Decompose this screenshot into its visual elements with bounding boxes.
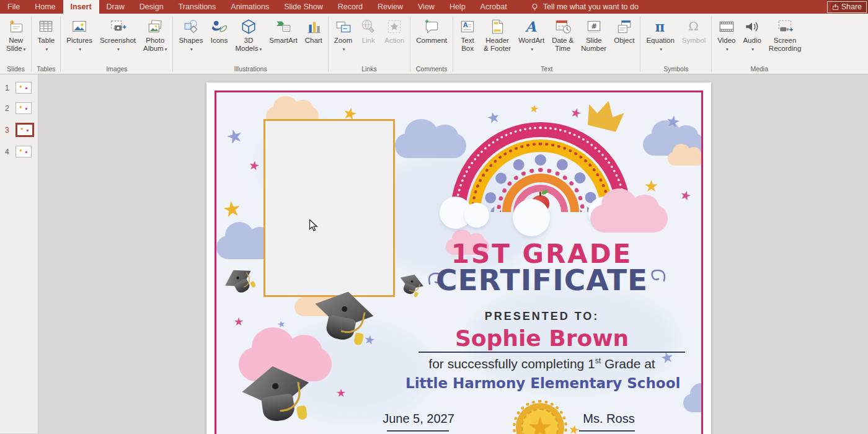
- photo-album-button[interactable]: Photo Album: [140, 15, 170, 53]
- slide-thumbnail-4[interactable]: 4: [0, 146, 38, 157]
- photo-placeholder[interactable]: [264, 119, 395, 297]
- slide-number: 1: [5, 84, 10, 92]
- slide-number-button[interactable]: # Slide Number: [577, 15, 610, 53]
- star-icon: [644, 178, 658, 194]
- icons-icon: [210, 17, 228, 37]
- ribbon-group-links: Zoom Link Action Links: [329, 14, 409, 74]
- group-label-slides: Slides: [4, 65, 27, 74]
- share-button[interactable]: Share: [827, 1, 867, 13]
- presented-to-label[interactable]: PRESENTED TO:: [405, 310, 678, 323]
- comment-button[interactable]: Comment: [412, 15, 451, 45]
- ribbon-separator: [453, 17, 453, 72]
- cloud-shape: [590, 205, 668, 232]
- slide-thumbnail-3[interactable]: 3: [0, 123, 38, 137]
- video-button[interactable]: Video: [714, 15, 739, 53]
- tell-me-box[interactable]: Tell me what you want to do: [531, 0, 639, 14]
- ribbon-group-images: Pictures Screenshot Photo Album Images: [61, 14, 172, 74]
- shapes-button[interactable]: Shapes: [175, 15, 206, 53]
- group-label-symbols: Symbols: [661, 65, 691, 74]
- action-button: Action: [381, 15, 408, 45]
- signer-text[interactable]: Ms. Ross: [553, 412, 665, 426]
- header-footer-button[interactable]: Header & Footer: [480, 15, 515, 53]
- pictures-button[interactable]: Pictures: [63, 15, 96, 53]
- scallop-cloud: [464, 203, 489, 228]
- ribbon-group-media: Video Audio Screen Recording Media: [712, 14, 806, 74]
- slide-thumbnail[interactable]: [16, 82, 32, 94]
- tab-insert[interactable]: Insert: [63, 0, 99, 14]
- wordart-button[interactable]: A WordArt: [515, 15, 548, 53]
- tell-me-label: Tell me what you want to do: [543, 2, 639, 11]
- signer-underline: [579, 430, 635, 432]
- chart-button[interactable]: Chart: [301, 15, 326, 45]
- certificate-title-line2[interactable]: CERTIFICATE: [405, 263, 678, 297]
- 3d-models-button[interactable]: 3D Models: [231, 15, 265, 53]
- comment-icon: [423, 17, 440, 37]
- equation-button[interactable]: π Equation: [642, 15, 678, 53]
- tab-design[interactable]: Design: [132, 0, 171, 14]
- equation-icon: π: [652, 17, 669, 37]
- student-name-text[interactable]: Sophie Brown: [405, 326, 678, 351]
- ribbon-separator: [328, 17, 329, 72]
- audio-button[interactable]: Audio: [739, 15, 764, 53]
- audio-icon: [743, 17, 761, 37]
- date-time-button[interactable]: Date & Time: [548, 15, 577, 53]
- tab-transitions[interactable]: Transitions: [171, 0, 224, 14]
- object-button[interactable]: Object: [610, 15, 638, 45]
- icons-button[interactable]: Icons: [206, 15, 231, 45]
- screenshot-button[interactable]: Screenshot: [96, 15, 140, 53]
- slide-thumbnail[interactable]: [16, 123, 34, 137]
- cloud-shape: [683, 394, 703, 412]
- header-footer-icon: [489, 17, 506, 37]
- zoom-icon: [335, 17, 352, 37]
- tab-acrobat[interactable]: Acrobat: [473, 0, 515, 14]
- slide-thumbnail-panel: 1 2 3 4: [0, 74, 38, 433]
- tab-file[interactable]: File: [0, 0, 27, 14]
- svg-text:Ω: Ω: [688, 19, 698, 33]
- workspace: 1 2 3 4: [0, 74, 868, 433]
- star-icon: [221, 197, 243, 221]
- name-underline: [418, 352, 685, 353]
- symbol-icon: Ω: [685, 17, 702, 37]
- slide-thumbnail[interactable]: [16, 102, 32, 114]
- slide-thumbnail[interactable]: [16, 146, 32, 157]
- ribbon-group-slides: New Slide Slides: [1, 14, 30, 74]
- text-box-icon: A: [459, 17, 476, 37]
- ribbon-group-text: A Text Box Header & Footer A WordArt Dat…: [454, 14, 639, 74]
- slide-editor[interactable]: 1ST GRADE CERTIFICATE PRESENTED TO: Soph…: [206, 82, 711, 434]
- mouse-cursor: [309, 219, 318, 232]
- lightbulb-icon: [531, 3, 539, 11]
- smartart-button[interactable]: SmartArt: [265, 15, 301, 45]
- ribbon-separator: [60, 17, 61, 72]
- graduation-cap: [219, 262, 262, 304]
- slide-thumbnail-1[interactable]: 1: [0, 82, 38, 94]
- screen-recording-button[interactable]: Screen Recording: [765, 15, 805, 53]
- star-icon: [336, 388, 346, 399]
- tab-review[interactable]: Review: [370, 0, 410, 14]
- tab-slide-show[interactable]: Slide Show: [277, 0, 330, 14]
- tab-help[interactable]: Help: [442, 0, 473, 14]
- symbol-button: Ω Symbol: [678, 15, 709, 45]
- tab-record[interactable]: Record: [330, 0, 370, 14]
- scallop-cloud: [513, 199, 550, 236]
- slide-canvas: 1ST GRADE CERTIFICATE PRESENTED TO: Soph…: [38, 74, 868, 433]
- ribbon-group-symbols: π Equation Ω Symbol Symbols: [641, 14, 711, 74]
- cloud-shape: [668, 152, 703, 166]
- slide-thumbnail-2[interactable]: 2: [0, 102, 38, 114]
- medal-badge: [516, 403, 564, 434]
- tab-view[interactable]: View: [410, 0, 442, 14]
- svg-text:A: A: [525, 19, 537, 35]
- new-slide-button[interactable]: New Slide: [2, 15, 29, 53]
- svg-text:#: #: [591, 22, 596, 30]
- medal-star-icon: [516, 403, 564, 434]
- slide-number: 4: [5, 148, 10, 156]
- zoom-button[interactable]: Zoom: [330, 15, 356, 53]
- text-box-button[interactable]: A Text Box: [455, 15, 480, 53]
- video-icon: [718, 17, 735, 37]
- certificate-body-line[interactable]: for successfully completing 1st Grade at: [405, 356, 678, 371]
- school-name-text[interactable]: Little Harmony Elementary School: [405, 375, 678, 391]
- tab-home[interactable]: Home: [27, 0, 63, 14]
- table-button[interactable]: Table: [33, 15, 58, 53]
- date-text[interactable]: June 5, 2027: [363, 412, 474, 426]
- tab-draw[interactable]: Draw: [99, 0, 132, 14]
- tab-animations[interactable]: Animations: [223, 0, 277, 14]
